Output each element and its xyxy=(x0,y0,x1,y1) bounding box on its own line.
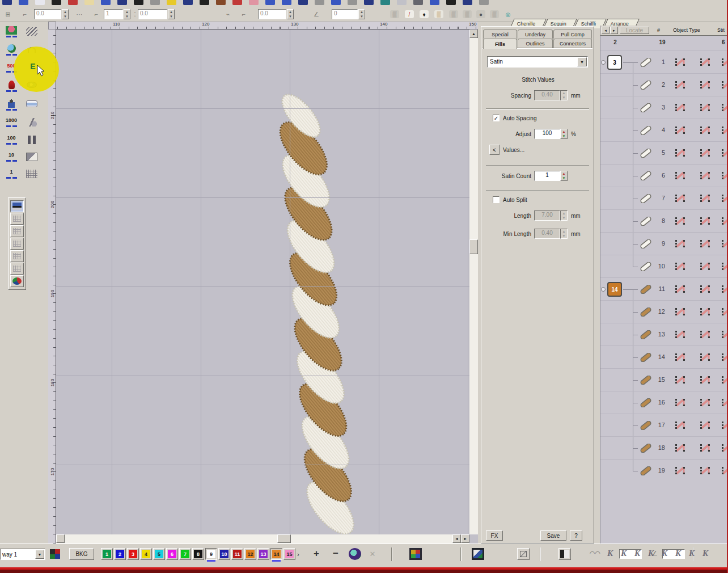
scroll-up-button[interactable]: ▲ xyxy=(469,30,478,38)
toolbar-bulb-icon[interactable]: ♦ xyxy=(418,9,430,19)
scroll-right-button-2[interactable]: ► xyxy=(461,534,469,543)
dropdown-arrow-icon[interactable]: ▼ xyxy=(577,57,587,66)
stitch-effect-icon-3[interactable]: K xyxy=(632,549,643,560)
toolbar-icon-30[interactable] xyxy=(479,0,489,5)
horizontal-scrollbar[interactable]: ◄ ► xyxy=(56,534,469,543)
satin-count-field[interactable]: 1 xyxy=(534,171,560,181)
stitch-effect-icon-4[interactable]: K xyxy=(645,549,657,560)
props-tab-pull-comp[interactable]: Pull Comp xyxy=(553,30,592,39)
toolbar-icon-13[interactable] xyxy=(200,0,209,5)
vertical-scrollbar[interactable]: ▲ xyxy=(469,30,478,534)
min-length-field[interactable]: 0.40 xyxy=(534,229,560,239)
zoom-preset-person-icon[interactable] xyxy=(3,99,19,111)
color-swatch-11[interactable]: 11 xyxy=(231,548,243,560)
toolbar-icon-17[interactable] xyxy=(265,0,275,5)
half-square-button[interactable] xyxy=(24,153,40,161)
adjust-field[interactable]: 100 xyxy=(534,129,560,139)
save-button[interactable]: Save xyxy=(540,530,566,541)
toolbar-icon-10[interactable] xyxy=(150,0,160,5)
toolbar-glyph-icon-7[interactable]: ⌁ xyxy=(222,9,234,19)
props-tab-underlay[interactable]: Underlay xyxy=(518,30,553,39)
grid-button[interactable] xyxy=(24,170,40,178)
toolbar-icon-28[interactable] xyxy=(446,0,456,5)
zoom-in-button[interactable]: + xyxy=(310,547,323,560)
zoom-preset-1[interactable]: 1 xyxy=(3,168,19,179)
toolbar-icon-25[interactable] xyxy=(397,0,407,5)
mini-tool-button-2[interactable] xyxy=(10,213,24,225)
toolbar-icon-6[interactable] xyxy=(84,0,94,5)
toolbar-field-3[interactable]: 0.0 xyxy=(138,9,167,19)
toolbar-dots-icon[interactable]: ▒ xyxy=(489,9,500,19)
toolbar-grid-icon-a[interactable]: ▒ xyxy=(448,9,459,19)
object-row-16[interactable]: 16 xyxy=(600,391,728,414)
design-canvas[interactable] xyxy=(56,30,469,534)
props-tab-connectors[interactable]: Connectors xyxy=(553,39,592,48)
toolbar-stitch-dot-icon[interactable]: ● xyxy=(475,9,486,19)
values-button-label[interactable]: Values... xyxy=(503,147,524,153)
mini-tool-button-6[interactable] xyxy=(10,263,24,275)
toolbar-icon-19[interactable] xyxy=(298,0,308,5)
color-swatch-4[interactable]: 4 xyxy=(140,548,152,560)
spacing-spinner[interactable]: ▲▼ xyxy=(560,90,568,100)
stitch-effect-icon-7[interactable]: K xyxy=(686,549,697,560)
design-grid-icon[interactable] xyxy=(409,548,422,560)
zoom-preset-1000[interactable]: 1000 xyxy=(3,117,19,127)
toolbar-icon-26[interactable] xyxy=(413,0,423,5)
background-color-button[interactable]: BKG xyxy=(69,548,94,560)
toolbar-icon-20[interactable] xyxy=(315,0,324,5)
color-swatch-12[interactable]: 12 xyxy=(244,548,256,560)
mini-tool-button-1[interactable] xyxy=(10,200,24,212)
toolbar-grid-icon-b[interactable]: ▒ xyxy=(462,9,473,19)
color-wheel-icon[interactable] xyxy=(349,548,361,560)
toolbar-icon-3[interactable] xyxy=(35,0,45,5)
binoculars-button[interactable] xyxy=(24,136,40,144)
stitch-effect-icon-8[interactable]: K xyxy=(700,549,711,560)
button-button[interactable] xyxy=(24,100,40,107)
toolbar-icon-9[interactable] xyxy=(134,0,143,5)
stitch-type-dropdown[interactable]: Satin ▼ xyxy=(487,56,588,68)
auto-spacing-checkbox[interactable]: ✓ xyxy=(493,115,500,121)
object-row-8[interactable]: 8 xyxy=(600,209,728,232)
toolbar-glyph-icon-9[interactable]: ∠ xyxy=(311,9,322,19)
length-spinner[interactable]: ▲▼ xyxy=(560,210,568,221)
toolbar-needle-icon[interactable]: / xyxy=(404,9,415,19)
fx-button[interactable]: FX xyxy=(486,530,503,541)
zoom-preset-globe-icon[interactable] xyxy=(3,44,19,56)
toolbar-icon-23[interactable] xyxy=(364,0,374,5)
color-swatch-3[interactable]: 3 xyxy=(127,548,139,560)
toolbar-glyph-icon-5[interactable]: ⁚ xyxy=(129,9,141,19)
stitch-effect-icon-5[interactable]: K xyxy=(659,549,670,560)
palette-icon[interactable] xyxy=(49,548,61,560)
thread-color-chip[interactable]: 3 xyxy=(607,55,622,70)
color-swatch-10[interactable]: 10 xyxy=(218,548,230,560)
toolbar-glyph-icon-3[interactable]: ⋯ xyxy=(74,9,85,19)
vertical-scroll-thumb[interactable] xyxy=(469,239,478,254)
object-row-18[interactable]: 18 xyxy=(600,436,728,459)
mini-tool-button-4[interactable] xyxy=(10,238,24,250)
dropdown-arrow-icon[interactable]: ▼ xyxy=(35,550,44,559)
expand-node-icon[interactable] xyxy=(601,60,606,65)
auto-split-checkbox[interactable] xyxy=(493,196,500,203)
edit-box-icon[interactable] xyxy=(517,548,530,560)
zoom-preset-flower-icon[interactable] xyxy=(3,26,19,37)
toolbar-glyph-icon-6[interactable] xyxy=(187,9,198,19)
image-icon[interactable] xyxy=(472,548,484,560)
toolbar-icon-1[interactable] xyxy=(2,0,12,5)
object-row-9[interactable]: 9 xyxy=(600,232,728,255)
toolbar-icon-12[interactable] xyxy=(183,0,193,5)
arc-icon[interactable]: ◠◠ xyxy=(590,550,600,557)
object-row-7[interactable]: 7 xyxy=(600,187,728,209)
toolbar-spinner-4[interactable]: ▲▼ xyxy=(287,9,294,19)
values-expand-button[interactable]: < xyxy=(489,145,500,155)
toolbar-figure-icon[interactable]: ▒ xyxy=(433,9,445,19)
object-row-2[interactable]: 2 xyxy=(600,73,728,96)
zoom-preset-bulb-icon[interactable] xyxy=(3,81,19,92)
props-tab-fills[interactable]: Fills xyxy=(483,39,517,49)
toolbar-icon-27[interactable] xyxy=(430,0,439,5)
toolbar-icon-14[interactable] xyxy=(216,0,226,5)
min-length-spinner[interactable]: ▲▼ xyxy=(560,229,568,239)
color-swatch-8[interactable]: 8 xyxy=(192,548,204,560)
toolbar-field-5[interactable]: 0 xyxy=(332,9,358,19)
toolbar-icon-29[interactable] xyxy=(463,0,472,5)
toolbar-icon-11[interactable] xyxy=(167,0,176,5)
